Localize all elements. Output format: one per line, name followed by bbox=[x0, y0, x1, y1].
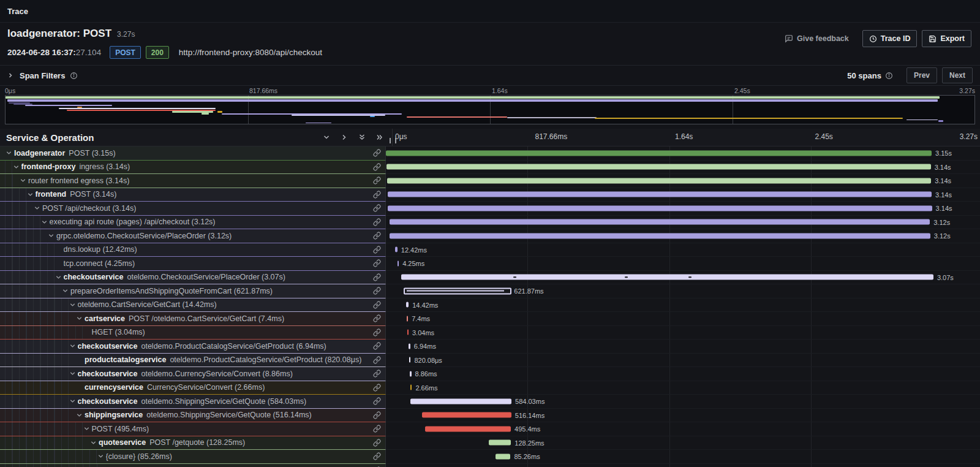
span-timeline-cell[interactable]: 3.15s bbox=[386, 146, 980, 161]
span-name-cell[interactable]: oteldemo.CartService/GetCart (14.42ms) bbox=[0, 298, 386, 313]
span-link-icon[interactable] bbox=[373, 439, 385, 447]
span-name-cell[interactable]: tcp.connect (4.25ms) bbox=[0, 257, 386, 271]
chevron-down-icon[interactable] bbox=[75, 315, 83, 322]
span-name-cell[interactable]: HGET (3.04ms) bbox=[0, 326, 386, 340]
chevron-down-icon[interactable] bbox=[323, 134, 330, 141]
span-link-icon[interactable] bbox=[373, 163, 385, 171]
span-timeline-cell[interactable]: 4.25ms bbox=[386, 257, 980, 271]
span-row[interactable]: checkoutserviceoteldemo.ShippingService/… bbox=[0, 395, 980, 409]
span-bar[interactable]: 516.14ms bbox=[422, 412, 511, 418]
span-timeline-cell[interactable]: 584.03ms bbox=[386, 395, 980, 409]
span-bar[interactable]: 3.12s bbox=[390, 219, 930, 225]
span-row[interactable]: cartservicePOST /oteldemo.CartService/Ge… bbox=[0, 312, 980, 326]
span-row[interactable]: HGET (3.04ms)3.04ms bbox=[0, 326, 980, 340]
span-name-cell[interactable]: POST /api/checkout (3.14s) bbox=[0, 202, 386, 216]
span-timeline-cell[interactable]: 2.66ms bbox=[386, 381, 980, 395]
span-link-icon[interactable] bbox=[373, 149, 385, 157]
span-link-icon[interactable] bbox=[373, 191, 385, 199]
span-timeline-cell[interactable]: 3.04ms bbox=[386, 326, 980, 340]
span-row[interactable]: {closure} (85.26ms)85.26ms bbox=[0, 450, 980, 464]
span-name-cell[interactable]: checkoutserviceoteldemo.ProductCatalogSe… bbox=[0, 340, 386, 354]
span-bar[interactable]: 128.25ms bbox=[489, 440, 511, 446]
span-row[interactable]: oteldemo.CartService/GetCart (14.42ms)14… bbox=[0, 298, 980, 313]
span-timeline-cell[interactable]: 3.12s bbox=[386, 229, 980, 243]
span-row[interactable]: POST (495.4ms)495.4ms bbox=[0, 422, 980, 436]
span-row[interactable]: frontend-proxyingress (3.14s)3.14s bbox=[0, 161, 980, 175]
span-name-cell[interactable]: checkoutserviceoteldemo.ShippingService/… bbox=[0, 395, 386, 409]
span-timeline-cell[interactable]: 7.4ms bbox=[386, 312, 980, 326]
chevron-right-icon[interactable] bbox=[7, 72, 13, 78]
span-timeline-cell[interactable]: 820.08μs bbox=[386, 354, 980, 368]
span-name-cell[interactable]: cartservicePOST /oteldemo.CartService/Ge… bbox=[0, 312, 386, 326]
span-link-icon[interactable] bbox=[373, 301, 385, 309]
export-button[interactable]: Export bbox=[922, 30, 971, 47]
span-bar[interactable]: 2.66ms bbox=[410, 385, 412, 390]
span-link-icon[interactable] bbox=[373, 370, 385, 378]
span-timeline-cell[interactable]: 16.33ms bbox=[386, 464, 980, 467]
span-timeline-cell[interactable]: 3.14s bbox=[386, 202, 980, 216]
double-chevron-right-icon[interactable] bbox=[376, 134, 383, 141]
span-name-cell[interactable]: prepareOrderItemsAndShippingQuoteFromCar… bbox=[0, 284, 386, 298]
span-row[interactable]: frontendPOST (3.14s)3.14s bbox=[0, 188, 980, 202]
span-link-icon[interactable] bbox=[373, 397, 385, 405]
span-row[interactable]: shippingserviceoteldemo.ShippingService/… bbox=[0, 409, 980, 423]
span-name-cell[interactable]: dns.lookup (12.42ms) bbox=[0, 243, 386, 257]
chevron-down-icon[interactable] bbox=[69, 398, 77, 404]
span-bar[interactable]: 12.42ms bbox=[395, 247, 398, 252]
span-name-cell[interactable]: POST (495.4ms) bbox=[0, 422, 386, 436]
span-row[interactable]: router frontend egress (3.14s)3.14s bbox=[0, 174, 980, 188]
span-name-cell[interactable]: quoteservicePOST /getquote (128.25ms) bbox=[0, 436, 386, 450]
span-link-icon[interactable] bbox=[373, 328, 385, 336]
span-timeline-cell[interactable]: 3.14s bbox=[386, 188, 980, 202]
span-timeline-cell[interactable]: 3.07s bbox=[386, 271, 980, 285]
span-name-cell[interactable]: productcatalogserviceoteldemo.ProductCat… bbox=[0, 354, 386, 368]
span-bar[interactable]: 3.14s bbox=[388, 192, 932, 197]
span-timeline-cell[interactable]: 516.14ms bbox=[386, 409, 980, 423]
span-bar[interactable]: 3.14s bbox=[388, 205, 932, 211]
span-bar[interactable]: 4.25ms bbox=[398, 260, 399, 266]
span-bar[interactable]: 85.26ms bbox=[496, 454, 510, 459]
span-row[interactable]: quoteservicePOST /getquote (128.25ms)128… bbox=[0, 436, 980, 450]
chevron-down-icon[interactable] bbox=[40, 219, 48, 226]
prev-button[interactable]: Prev bbox=[907, 67, 937, 83]
span-bar[interactable]: 8.86ms bbox=[410, 371, 412, 376]
span-row[interactable]: checkoutserviceoteldemo.CurrencyService/… bbox=[0, 367, 980, 381]
span-bar[interactable]: 7.4ms bbox=[407, 316, 409, 321]
give-feedback-button[interactable]: Give feedback bbox=[785, 34, 849, 43]
span-timeline-cell[interactable]: 3.14s bbox=[386, 174, 980, 188]
span-name-cell[interactable]: {closure} (85.26ms) bbox=[0, 450, 386, 464]
span-name-cell[interactable]: currencyserviceCurrencyService/Convert (… bbox=[0, 381, 386, 395]
span-name-cell[interactable]: frontend-proxyingress (3.14s) bbox=[0, 161, 386, 175]
span-timeline-cell[interactable]: 128.25ms bbox=[386, 436, 980, 450]
span-name-cell[interactable]: executing api route (pages) /api/checkou… bbox=[0, 216, 386, 230]
span-link-icon[interactable] bbox=[373, 425, 385, 433]
span-bar[interactable]: 820.08μs bbox=[409, 357, 411, 363]
span-link-icon[interactable] bbox=[373, 452, 385, 460]
span-name-cell[interactable]: shippingserviceoteldemo.ShippingService/… bbox=[0, 409, 386, 423]
span-bar[interactable]: 621.87ms bbox=[404, 287, 511, 294]
span-bar[interactable]: 3.12s bbox=[390, 233, 930, 238]
span-row[interactable]: loadgeneratorPOST (3.15s)3.15s bbox=[0, 146, 980, 161]
span-bar[interactable]: 3.14s bbox=[386, 164, 930, 170]
span-link-icon[interactable] bbox=[373, 314, 385, 322]
span-timeline-cell[interactable]: 3.14s bbox=[386, 161, 980, 175]
span-row[interactable]: checkoutserviceoteldemo.ProductCatalogSe… bbox=[0, 340, 980, 354]
span-timeline-cell[interactable]: 3.12s bbox=[386, 216, 980, 230]
span-bar[interactable]: 495.4ms bbox=[425, 426, 511, 431]
chevron-down-icon[interactable] bbox=[5, 150, 13, 156]
double-chevron-down-icon[interactable] bbox=[358, 134, 366, 141]
chevron-down-icon[interactable] bbox=[97, 453, 105, 460]
span-name-cell[interactable]: frontendPOST (3.14s) bbox=[0, 188, 386, 202]
span-link-icon[interactable] bbox=[373, 342, 385, 350]
span-row[interactable]: productcatalogserviceoteldemo.ProductCat… bbox=[0, 354, 980, 368]
span-link-icon[interactable] bbox=[373, 177, 385, 184]
span-link-icon[interactable] bbox=[373, 246, 385, 254]
span-name-cell[interactable]: checkoutserviceoteldemo.CurrencyService/… bbox=[0, 367, 386, 381]
chevron-down-icon[interactable] bbox=[19, 177, 27, 184]
chevron-down-icon[interactable] bbox=[83, 425, 91, 432]
span-timeline-cell[interactable]: 621.87ms bbox=[386, 284, 980, 298]
span-bar[interactable]: 3.14s bbox=[387, 178, 931, 183]
chevron-down-icon[interactable] bbox=[69, 370, 77, 377]
span-link-icon[interactable] bbox=[373, 273, 385, 281]
span-row[interactable]: prepareOrderItemsAndShippingQuoteFromCar… bbox=[0, 284, 980, 298]
